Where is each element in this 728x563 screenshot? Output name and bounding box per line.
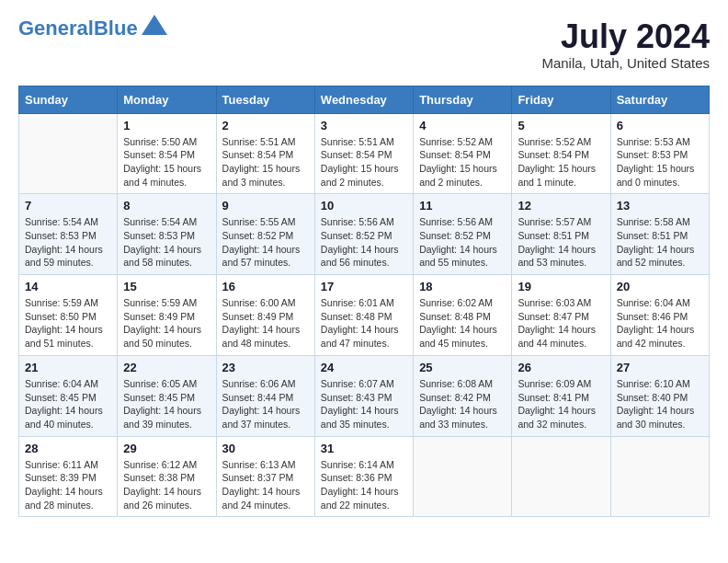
calendar-day-cell: 18Sunrise: 6:02 AMSunset: 8:48 PMDayligh…	[414, 275, 512, 356]
day-number: 16	[222, 280, 309, 293]
day-info: Sunrise: 5:58 AMSunset: 8:51 PMDaylight:…	[617, 215, 703, 270]
calendar-day-cell: 8Sunrise: 5:54 AMSunset: 8:53 PMDaylight…	[118, 194, 216, 275]
day-number: 21	[25, 361, 111, 374]
day-info: Sunrise: 6:11 AMSunset: 8:39 PMDaylight:…	[25, 458, 111, 512]
day-info: Sunrise: 6:06 AMSunset: 8:44 PMDaylight:…	[222, 377, 309, 431]
calendar-day-cell	[610, 436, 709, 517]
calendar-day-cell: 2Sunrise: 5:51 AMSunset: 8:54 PMDaylight…	[216, 113, 314, 194]
day-number: 19	[518, 280, 604, 293]
calendar-day-cell: 30Sunrise: 6:13 AMSunset: 8:37 PMDayligh…	[216, 436, 314, 517]
logo-general: General	[18, 17, 94, 40]
calendar-table: SundayMondayTuesdayWednesdayThursdayFrid…	[18, 86, 710, 518]
day-number: 13	[617, 199, 703, 213]
weekday-header: Thursday	[414, 86, 512, 113]
day-info: Sunrise: 5:53 AMSunset: 8:53 PMDaylight:…	[617, 135, 703, 190]
calendar-day-cell: 28Sunrise: 6:11 AMSunset: 8:39 PMDayligh…	[19, 436, 118, 517]
day-info: Sunrise: 6:08 AMSunset: 8:42 PMDaylight:…	[419, 377, 506, 431]
calendar-day-cell: 12Sunrise: 5:57 AMSunset: 8:51 PMDayligh…	[512, 194, 610, 275]
day-number: 30	[222, 442, 309, 455]
calendar-day-cell: 19Sunrise: 6:03 AMSunset: 8:47 PMDayligh…	[512, 275, 610, 356]
calendar-day-cell: 1Sunrise: 5:50 AMSunset: 8:54 PMDaylight…	[118, 113, 216, 194]
calendar-day-cell: 22Sunrise: 6:05 AMSunset: 8:45 PMDayligh…	[118, 355, 216, 436]
day-number: 20	[617, 280, 703, 293]
calendar-day-cell: 24Sunrise: 6:07 AMSunset: 8:43 PMDayligh…	[314, 355, 413, 436]
calendar-day-cell: 10Sunrise: 5:56 AMSunset: 8:52 PMDayligh…	[314, 194, 413, 275]
calendar-day-cell: 16Sunrise: 6:00 AMSunset: 8:49 PMDayligh…	[216, 275, 314, 356]
day-info: Sunrise: 5:59 AMSunset: 8:50 PMDaylight:…	[25, 296, 111, 350]
day-info: Sunrise: 6:04 AMSunset: 8:46 PMDaylight:…	[617, 296, 703, 350]
calendar-day-cell: 13Sunrise: 5:58 AMSunset: 8:51 PMDayligh…	[610, 194, 709, 275]
calendar-day-cell: 31Sunrise: 6:14 AMSunset: 8:36 PMDayligh…	[314, 436, 413, 517]
calendar-day-cell: 9Sunrise: 5:55 AMSunset: 8:52 PMDaylight…	[216, 194, 314, 275]
calendar-day-cell	[19, 113, 118, 194]
day-info: Sunrise: 6:02 AMSunset: 8:48 PMDaylight:…	[419, 296, 506, 350]
page-header: GeneralBlue July 2024 Manila, Utah, Unit…	[18, 18, 710, 71]
weekday-header: Wednesday	[314, 86, 413, 113]
calendar-day-cell	[512, 436, 610, 517]
day-number: 29	[123, 442, 210, 455]
title-block: July 2024 Manila, Utah, United States	[541, 18, 710, 71]
calendar-day-cell: 15Sunrise: 5:59 AMSunset: 8:49 PMDayligh…	[118, 275, 216, 356]
calendar-week-row: 1Sunrise: 5:50 AMSunset: 8:54 PMDaylight…	[19, 113, 710, 194]
day-info: Sunrise: 6:07 AMSunset: 8:43 PMDaylight:…	[321, 377, 407, 431]
weekday-header: Sunday	[19, 86, 118, 113]
month-year: July 2024	[541, 18, 710, 55]
day-info: Sunrise: 5:52 AMSunset: 8:54 PMDaylight:…	[518, 135, 604, 190]
day-info: Sunrise: 6:04 AMSunset: 8:45 PMDaylight:…	[25, 377, 111, 431]
calendar-week-row: 21Sunrise: 6:04 AMSunset: 8:45 PMDayligh…	[19, 355, 710, 436]
calendar-day-cell: 14Sunrise: 5:59 AMSunset: 8:50 PMDayligh…	[19, 275, 118, 356]
calendar-day-cell: 27Sunrise: 6:10 AMSunset: 8:40 PMDayligh…	[610, 355, 709, 436]
day-info: Sunrise: 6:12 AMSunset: 8:38 PMDaylight:…	[123, 458, 210, 512]
day-info: Sunrise: 5:51 AMSunset: 8:54 PMDaylight:…	[321, 135, 407, 190]
calendar-day-cell: 23Sunrise: 6:06 AMSunset: 8:44 PMDayligh…	[216, 355, 314, 436]
day-number: 23	[222, 361, 309, 374]
logo: GeneralBlue	[18, 18, 167, 39]
logo-text: GeneralBlue	[18, 18, 138, 39]
weekday-header: Monday	[118, 86, 216, 113]
calendar-day-cell	[414, 436, 512, 517]
day-number: 25	[419, 361, 506, 374]
day-number: 7	[25, 199, 111, 213]
day-info: Sunrise: 6:14 AMSunset: 8:36 PMDaylight:…	[321, 458, 407, 512]
calendar-day-cell: 3Sunrise: 5:51 AMSunset: 8:54 PMDaylight…	[314, 113, 413, 194]
logo-icon	[142, 15, 167, 35]
day-info: Sunrise: 6:09 AMSunset: 8:41 PMDaylight:…	[518, 377, 604, 431]
day-info: Sunrise: 5:51 AMSunset: 8:54 PMDaylight:…	[222, 135, 309, 190]
day-number: 4	[419, 119, 506, 132]
weekday-header: Tuesday	[216, 86, 314, 113]
day-info: Sunrise: 6:05 AMSunset: 8:45 PMDaylight:…	[123, 377, 210, 431]
day-number: 5	[518, 119, 604, 132]
calendar-week-row: 28Sunrise: 6:11 AMSunset: 8:39 PMDayligh…	[19, 436, 710, 517]
day-info: Sunrise: 6:13 AMSunset: 8:37 PMDaylight:…	[222, 458, 309, 512]
day-number: 28	[25, 442, 111, 455]
day-info: Sunrise: 5:54 AMSunset: 8:53 PMDaylight:…	[123, 215, 210, 270]
day-number: 10	[321, 199, 407, 213]
day-number: 18	[419, 280, 506, 293]
day-info: Sunrise: 6:10 AMSunset: 8:40 PMDaylight:…	[617, 377, 703, 431]
calendar-day-cell: 11Sunrise: 5:56 AMSunset: 8:52 PMDayligh…	[414, 194, 512, 275]
day-number: 14	[25, 280, 111, 293]
day-number: 27	[617, 361, 703, 374]
weekday-header-row: SundayMondayTuesdayWednesdayThursdayFrid…	[19, 86, 710, 113]
calendar-week-row: 14Sunrise: 5:59 AMSunset: 8:50 PMDayligh…	[19, 275, 710, 356]
day-number: 8	[123, 199, 210, 213]
calendar-day-cell: 29Sunrise: 6:12 AMSunset: 8:38 PMDayligh…	[118, 436, 216, 517]
day-number: 12	[518, 199, 604, 213]
day-info: Sunrise: 5:57 AMSunset: 8:51 PMDaylight:…	[518, 215, 604, 270]
day-number: 3	[321, 119, 407, 132]
day-number: 31	[321, 442, 407, 455]
day-info: Sunrise: 5:55 AMSunset: 8:52 PMDaylight:…	[222, 215, 309, 270]
day-info: Sunrise: 5:56 AMSunset: 8:52 PMDaylight:…	[419, 215, 506, 270]
svg-marker-0	[142, 15, 167, 35]
calendar-day-cell: 6Sunrise: 5:53 AMSunset: 8:53 PMDaylight…	[610, 113, 709, 194]
day-info: Sunrise: 5:54 AMSunset: 8:53 PMDaylight:…	[25, 215, 111, 270]
day-number: 11	[419, 199, 506, 213]
weekday-header: Friday	[512, 86, 610, 113]
calendar-day-cell: 7Sunrise: 5:54 AMSunset: 8:53 PMDaylight…	[19, 194, 118, 275]
day-info: Sunrise: 5:50 AMSunset: 8:54 PMDaylight:…	[123, 135, 210, 190]
calendar-day-cell: 26Sunrise: 6:09 AMSunset: 8:41 PMDayligh…	[512, 355, 610, 436]
day-info: Sunrise: 6:01 AMSunset: 8:48 PMDaylight:…	[321, 296, 407, 350]
calendar-day-cell: 21Sunrise: 6:04 AMSunset: 8:45 PMDayligh…	[19, 355, 118, 436]
calendar-week-row: 7Sunrise: 5:54 AMSunset: 8:53 PMDaylight…	[19, 194, 710, 275]
calendar-day-cell: 25Sunrise: 6:08 AMSunset: 8:42 PMDayligh…	[414, 355, 512, 436]
